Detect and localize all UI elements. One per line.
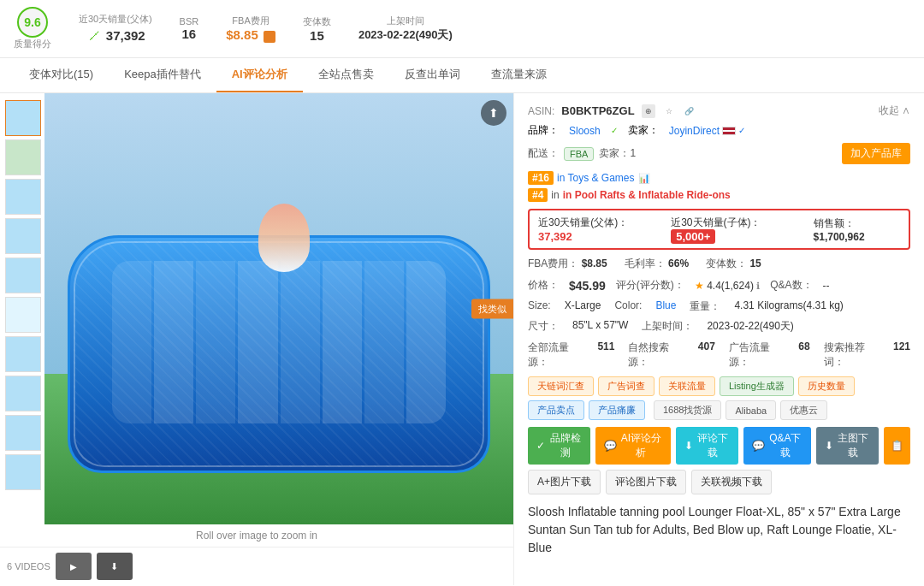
variants-item-detail: 变体数： 15: [706, 257, 761, 271]
color-label: Color:: [614, 299, 642, 314]
collect-button[interactable]: 收起 ∧: [879, 104, 910, 118]
sales-val-parent: 37,392: [538, 230, 572, 243]
tab-traffic[interactable]: 查流量来源: [476, 58, 562, 92]
traffic-ad-label: 广告流量源：: [729, 340, 785, 370]
action-tags: 天链词汇查 广告词查 关联流量 Listing生成器 历史数量 产品卖点 产品痛…: [528, 376, 910, 420]
brand-link[interactable]: Sloosh: [569, 125, 601, 137]
fba-badge: FBA: [564, 147, 594, 161]
ai-review-button[interactable]: 💬 AI评论分析: [595, 427, 670, 465]
quality-score-circle: 9.6: [17, 7, 48, 38]
fba-cost-display: $8.85: [582, 257, 607, 269]
join-product-button[interactable]: 加入产品库: [842, 143, 910, 164]
brand-check-button[interactable]: ✓ 品牌检测: [528, 427, 590, 465]
clipboard-button[interactable]: 📋: [884, 427, 910, 465]
tag-coupon[interactable]: 优惠云: [780, 400, 827, 420]
dims-label: 尺寸：: [528, 319, 559, 334]
brand-verified-icon: ✓: [611, 126, 618, 135]
launch-detail-value: 2023-02-22(490天): [707, 319, 793, 334]
rank1-badge: #16 in Toys & Games 📊: [528, 171, 650, 185]
action-buttons-row1: ✓ 品牌检测 💬 AI评论分析 ⬇ 评论下载 💬 Q&A下载 ⬇ 主图下载 📋: [528, 427, 910, 465]
download-button[interactable]: ⬇: [97, 553, 133, 580]
thumbnail-3[interactable]: [5, 179, 41, 215]
seller-verified-icon: ✓: [738, 126, 745, 135]
brand-row: 品牌： Sloosh ✓ 卖家： JoyinDirect ✓: [528, 123, 910, 138]
main-content: ⬆ 找类似 Roll over image to zoom in 6 VIDEO…: [0, 93, 924, 585]
similar-badge[interactable]: 找类似: [471, 299, 513, 319]
tab-allsite[interactable]: 全站点售卖: [303, 58, 389, 92]
thumbnail-4[interactable]: [5, 218, 41, 254]
star-icon[interactable]: ☆: [662, 104, 676, 118]
a-plus-dl-button[interactable]: A+图片下载: [528, 470, 601, 494]
rank1-cat[interactable]: in Toys & Games: [557, 172, 634, 184]
variants-label: 变体数: [303, 15, 331, 28]
tag-alibaba[interactable]: Alibaba: [726, 400, 776, 420]
rating-info-icon: ℹ: [756, 281, 760, 291]
launch-label: 上架时间: [387, 15, 424, 27]
thumbnail-8[interactable]: [5, 376, 41, 411]
image-main-wrapper: ⬆ 找类似: [0, 93, 513, 524]
quality-score-item: 9.6 质量得分: [14, 7, 51, 50]
video-thumb-1[interactable]: ▶: [56, 553, 92, 580]
review-download-button[interactable]: ⬇ 评论下载: [676, 427, 738, 465]
traffic-organic-label: 自然搜索源：: [628, 340, 684, 370]
launch-item: 上架时间 2023-02-22(490天): [358, 15, 453, 43]
tab-variants[interactable]: 变体对比(15): [14, 58, 109, 92]
traffic-ad-value: 68: [798, 340, 809, 370]
star-icon-rating: ★: [695, 280, 704, 292]
product-title: Sloosh Inflatable tanning pool Lounger F…: [528, 503, 910, 557]
tag-product-points[interactable]: 产品卖点: [528, 400, 584, 420]
thumbnail-10[interactable]: [5, 454, 41, 490]
sales30-label: 近30天销量(父体): [79, 13, 152, 26]
quality-score-value: 9.6: [24, 15, 40, 29]
tag-1688[interactable]: 1688找货源: [654, 400, 721, 420]
qa-dl-icon: 💬: [752, 440, 765, 452]
brand-label: 品牌：: [528, 123, 559, 138]
delivery-label: 配送：: [528, 146, 559, 161]
review-dl-icon: ⬇: [684, 440, 693, 452]
thumbnail-5[interactable]: [5, 257, 41, 293]
copy-icon[interactable]: ⊕: [642, 104, 655, 118]
tag-product-pain[interactable]: 产品痛廉: [589, 400, 645, 420]
thumbnail-strip: [0, 93, 44, 524]
rank1-row: #16 in Toys & Games 📊: [528, 171, 910, 185]
thumbnail-7[interactable]: [5, 336, 41, 372]
video-strip: 6 VIDEOS ▶ ⬇: [0, 547, 513, 585]
tag-related-traffic[interactable]: 关联流量: [659, 376, 715, 396]
rank2-badge: #4 in in Pool Rafts & Inflatable Ride-on…: [528, 188, 731, 202]
main-image-dl-button[interactable]: ⬇ 主图下载: [816, 427, 879, 465]
sales-item-parent: 近30天销量(父体)： 37,392: [538, 216, 654, 243]
tag-keyword-check[interactable]: 天链词汇查: [528, 376, 594, 396]
seller-link[interactable]: JoyinDirect ✓: [669, 125, 745, 137]
bsr-value: 16: [182, 27, 197, 41]
tag-ad-check[interactable]: 广告词查: [598, 376, 654, 396]
launch-value: 2023-02-22(490天): [358, 27, 453, 43]
tag-listing-gen[interactable]: Listing生成器: [720, 376, 794, 396]
fba-cost-icon: [264, 31, 275, 43]
nav-tabs: 变体对比(15) Keepa插件替代 AI评论分析 全站点售卖 反查出单词 查流…: [0, 58, 924, 93]
rank2-cat[interactable]: in Pool Rafts & Inflatable Ride-ons: [563, 189, 731, 201]
related-video-dl-button[interactable]: 关联视频下载: [691, 470, 772, 494]
thumbnail-9[interactable]: [5, 415, 41, 451]
qa-label: Q&A数：: [770, 278, 812, 293]
tab-ai-review[interactable]: AI评论分析: [216, 58, 303, 92]
thumbnail-1[interactable]: [5, 100, 41, 136]
rank2-num: #4: [528, 188, 548, 202]
tab-reverse[interactable]: 反查出单词: [389, 58, 476, 92]
person-silhouette: [258, 204, 310, 272]
sales30-item: 近30天销量(父体) ⟋ 37,392: [79, 13, 152, 45]
weight-value: 4.31 Kilograms(4.31 kg): [734, 299, 843, 314]
action-buttons-row2: A+图片下载 评论图片下载 关联视频下载: [528, 470, 910, 494]
share-button[interactable]: ⬆: [481, 100, 506, 126]
sales-box: 近30天销量(父体)： 37,392 近30天销量(子体)： 5,000+ 销售…: [528, 209, 910, 250]
tab-keepa[interactable]: Keepa插件替代: [109, 58, 216, 92]
thumbnail-2[interactable]: [5, 139, 41, 175]
traffic-suggest-label: 搜索推荐词：: [824, 340, 880, 370]
rating-label: 评分(评分数)：: [616, 278, 684, 293]
qa-download-button[interactable]: 💬 Q&A下载: [743, 427, 811, 465]
tag-history-qty[interactable]: 历史数量: [798, 376, 855, 396]
variants-display: 15: [749, 257, 761, 269]
ai-review-icon: 💬: [604, 440, 617, 452]
review-img-dl-button[interactable]: 评论图片下载: [606, 470, 686, 494]
thumbnail-6[interactable]: [5, 297, 41, 333]
sales-total: 销售额： $1,700,962: [814, 216, 900, 243]
